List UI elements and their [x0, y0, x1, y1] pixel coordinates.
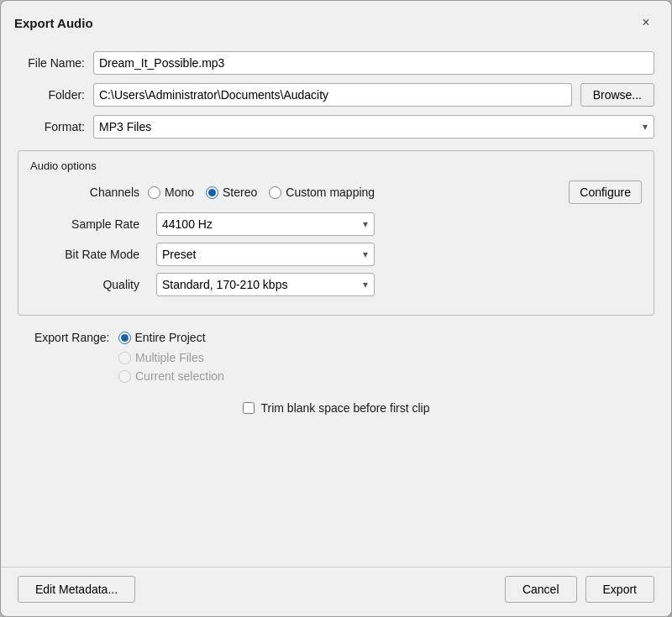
cancel-button[interactable]: Cancel	[505, 576, 577, 603]
channel-mono-label: Mono	[165, 186, 194, 199]
audio-options-group: Audio options Channels Mono Stereo Cus	[18, 150, 654, 316]
quality-select-wrapper: Standard, 170-210 kbps Medium, 145-185 k…	[156, 273, 375, 296]
export-button[interactable]: Export	[585, 576, 654, 603]
export-range-entire-radio[interactable]	[118, 332, 131, 344]
export-range-entire-label: Entire Project	[135, 331, 206, 344]
channel-stereo-label: Stereo	[223, 186, 257, 199]
quality-label: Quality	[30, 278, 139, 291]
folder-label: Folder:	[18, 88, 85, 102]
export-range-selection-option[interactable]: Current selection	[118, 369, 638, 383]
sample-rate-label: Sample Rate	[30, 217, 139, 231]
channel-stereo-option[interactable]: Stereo	[206, 186, 257, 199]
dialog-title: Export Audio	[14, 16, 93, 30]
format-select-wrapper: MP3 Files WAV Files OGG Files FLAC Files…	[93, 115, 654, 139]
export-range-options: Multiple Files Current selection	[34, 351, 638, 383]
channel-custom-radio[interactable]	[269, 186, 281, 199]
export-range-header: Export Range: Entire Project	[34, 331, 638, 344]
quality-row: Quality Standard, 170-210 kbps Medium, 1…	[30, 273, 642, 296]
file-name-row: File Name:	[18, 51, 654, 75]
export-range-multiple-label: Multiple Files	[135, 351, 204, 364]
configure-button[interactable]: Configure	[569, 180, 642, 204]
channel-custom-option[interactable]: Custom mapping	[269, 186, 375, 199]
format-select[interactable]: MP3 Files WAV Files OGG Files FLAC Files	[93, 115, 654, 139]
audio-options-legend: Audio options	[30, 159, 642, 172]
title-bar: Export Audio ×	[1, 1, 671, 41]
trim-checkbox[interactable]	[243, 402, 255, 414]
export-range-multiple-radio[interactable]	[118, 352, 131, 364]
bit-rate-mode-label: Bit Rate Mode	[30, 248, 139, 261]
file-name-label: File Name:	[18, 56, 85, 70]
bit-rate-mode-select-wrapper: Preset Variable Average Constant ▾	[156, 243, 375, 266]
export-range-section: Export Range: Entire Project Multiple Fi…	[18, 331, 654, 383]
quality-select[interactable]: Standard, 170-210 kbps Medium, 145-185 k…	[156, 273, 375, 296]
footer-right-buttons: Cancel Export	[505, 576, 654, 603]
sample-rate-select-wrapper: 44100 Hz 22050 Hz 48000 Hz 96000 Hz ▾	[156, 212, 375, 236]
channels-radio-group: Mono Stereo Custom mapping Configure	[148, 180, 642, 204]
export-range-selection-radio[interactable]	[118, 370, 131, 383]
channels-label: Channels	[30, 186, 139, 199]
export-range-selection-label: Current selection	[135, 369, 224, 383]
folder-row: Folder: Browse...	[18, 83, 654, 107]
file-name-input[interactable]	[93, 51, 654, 75]
trim-label: Trim blank space before first clip	[261, 401, 430, 415]
export-audio-dialog: Export Audio × File Name: Folder: Browse…	[0, 0, 672, 617]
close-button[interactable]: ×	[634, 11, 658, 34]
export-range-entire-option[interactable]: Entire Project	[118, 331, 206, 344]
export-range-label: Export Range:	[34, 331, 110, 344]
channels-row: Channels Mono Stereo Custom mapping Conf	[30, 180, 642, 204]
edit-metadata-button[interactable]: Edit Metadata...	[18, 576, 135, 603]
channel-mono-radio[interactable]	[148, 186, 160, 199]
export-range-multiple-option[interactable]: Multiple Files	[118, 351, 638, 364]
channel-custom-label: Custom mapping	[286, 186, 375, 199]
channel-stereo-radio[interactable]	[206, 186, 218, 199]
folder-input[interactable]	[93, 83, 572, 107]
format-row: Format: MP3 Files WAV Files OGG Files FL…	[18, 115, 654, 139]
sample-rate-select[interactable]: 44100 Hz 22050 Hz 48000 Hz 96000 Hz	[156, 212, 375, 236]
format-label: Format:	[18, 120, 85, 133]
bit-rate-mode-row: Bit Rate Mode Preset Variable Average Co…	[30, 243, 642, 266]
dialog-body: File Name: Folder: Browse... Format: MP3…	[1, 41, 671, 567]
bit-rate-mode-select[interactable]: Preset Variable Average Constant	[156, 243, 375, 266]
channel-mono-option[interactable]: Mono	[148, 186, 194, 199]
dialog-footer: Edit Metadata... Cancel Export	[1, 567, 671, 616]
trim-row: Trim blank space before first clip	[18, 401, 654, 415]
sample-rate-row: Sample Rate 44100 Hz 22050 Hz 48000 Hz 9…	[30, 212, 642, 236]
browse-button[interactable]: Browse...	[580, 83, 654, 107]
